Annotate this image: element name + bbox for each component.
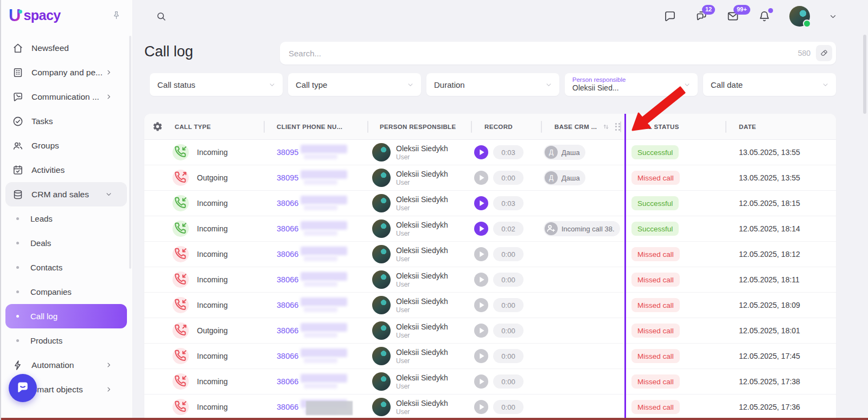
- status-cell: Missed call: [625, 165, 725, 190]
- person-name: Oleksii Siedykh: [396, 322, 448, 332]
- chats-icon[interactable]: 12: [695, 10, 708, 23]
- crm-entity-chip[interactable]: Incoming call 38.: [544, 221, 620, 236]
- person-avatar: [372, 169, 391, 187]
- phone-blur-patch: [299, 167, 354, 188]
- phone-number-link[interactable]: 38095: [277, 148, 298, 157]
- record-cell: 0:00: [471, 318, 541, 343]
- person-name-group: Oleksii SiedykhUser: [396, 245, 448, 263]
- play-button[interactable]: [474, 196, 488, 210]
- filter-call-status[interactable]: Call status: [150, 73, 283, 96]
- play-button[interactable]: [474, 145, 488, 159]
- sidebar-item-call-log[interactable]: Call log: [5, 304, 127, 328]
- call-type-cell: Incoming: [170, 216, 264, 241]
- sidebar-item-deals[interactable]: Deals: [5, 231, 127, 255]
- comments-icon[interactable]: [663, 10, 676, 23]
- phone-number-link[interactable]: 38066: [277, 301, 298, 309]
- chevron-down-icon[interactable]: [828, 12, 838, 21]
- table-settings-button[interactable]: [144, 114, 170, 139]
- table-row[interactable]: Incoming38066Oleksii SiedykhUser0:00Miss…: [144, 344, 836, 369]
- phone-number-link[interactable]: 38066: [277, 377, 298, 386]
- search-input[interactable]: [289, 49, 798, 58]
- sidebar-item-leads[interactable]: Leads: [5, 206, 127, 231]
- column-header-call_status[interactable]: CALL STATUS: [625, 114, 725, 139]
- filter-duration[interactable]: Duration: [426, 73, 559, 96]
- play-button[interactable]: [474, 349, 488, 363]
- table-row[interactable]: Incoming38066Oleksii SiedykhUser0:00Miss…: [144, 267, 836, 293]
- phone-number-link[interactable]: 38066: [277, 224, 298, 233]
- sidebar-item-products[interactable]: Products: [5, 328, 127, 353]
- phone-number-link[interactable]: 38066: [277, 199, 298, 208]
- play-button[interactable]: [474, 247, 488, 261]
- column-header-base_crm[interactable]: BASE CRM ...: [541, 114, 625, 139]
- sidebar-item-label: Newsfeed: [31, 43, 69, 53]
- phone-number-link[interactable]: 38066: [277, 275, 298, 284]
- table-row[interactable]: Incoming38066Oleksii SiedykhUser0:00Miss…: [144, 395, 836, 420]
- play-button[interactable]: [474, 400, 488, 414]
- person-name-group: Oleksii SiedykhUser: [396, 373, 448, 391]
- search-icon[interactable]: [156, 11, 167, 22]
- phone-number-link[interactable]: 38066: [277, 250, 298, 259]
- base-crm-cell: [541, 344, 625, 369]
- support-chat-button[interactable]: [9, 374, 37, 402]
- play-button[interactable]: [474, 171, 488, 185]
- play-button[interactable]: [474, 273, 488, 287]
- table-row[interactable]: Incoming38066Oleksii SiedykhUser0:00Miss…: [144, 369, 836, 395]
- column-header-record[interactable]: RECORD: [471, 114, 541, 139]
- filter-label: Duration: [434, 80, 465, 89]
- window-edge: [0, 0, 1, 420]
- blur-shape: [304, 332, 337, 338]
- play-button[interactable]: [474, 374, 488, 389]
- phone-number-link[interactable]: 38066: [277, 326, 298, 335]
- sidebar-item-groups[interactable]: Groups: [5, 133, 127, 158]
- filter-call-date[interactable]: Call date: [703, 73, 836, 96]
- play-button[interactable]: [474, 324, 488, 338]
- pin-sidebar-icon[interactable]: [111, 10, 122, 21]
- phone-number-link[interactable]: 38066: [277, 352, 298, 360]
- sidebar-item-newsfeed[interactable]: Newsfeed: [5, 36, 127, 60]
- sidebar-item-activities[interactable]: Activities: [5, 158, 127, 182]
- base-crm-cell: [541, 293, 625, 318]
- sidebar-scrollbar[interactable]: [129, 36, 131, 269]
- column-header-phone[interactable]: CLIENT PHONE NU...: [264, 114, 367, 139]
- person-role: User: [396, 230, 448, 237]
- table-row[interactable]: Incoming38066Oleksii SiedykhUser0:02Inco…: [144, 216, 836, 242]
- person-avatar: [372, 372, 391, 391]
- table-row[interactable]: Incoming38095Oleksii SiedykhUser0:03ДДаш…: [144, 140, 836, 165]
- mail-icon[interactable]: 99+: [726, 10, 739, 23]
- phone-number-link[interactable]: 38066: [277, 403, 298, 411]
- sidebar-item-contacts[interactable]: Contacts: [5, 255, 127, 280]
- play-button[interactable]: [474, 298, 488, 312]
- crm-entity-chip[interactable]: ДДаша: [544, 170, 585, 185]
- outgoing-call-icon: [173, 322, 189, 339]
- crm-entity-chip[interactable]: ДДаша: [544, 145, 585, 160]
- filter-person-responsible[interactable]: Person responsibleOleksii Sied...: [565, 73, 698, 96]
- table-row[interactable]: Incoming38066Oleksii SiedykhUser0:00Miss…: [144, 242, 836, 267]
- drag-handle-icon[interactable]: [615, 123, 620, 131]
- page-scrollbar[interactable]: [863, 35, 866, 114]
- sidebar-item-company-and-people[interactable]: Company and pe...: [5, 60, 127, 85]
- call-type-label: Incoming: [197, 199, 228, 208]
- table-row[interactable]: Outgoing38095Oleksii SiedykhUser0:00ДДаш…: [144, 165, 836, 191]
- logo[interactable]: U spacy: [0, 0, 132, 30]
- phone-cell: 38066: [264, 395, 367, 419]
- filter-call-type[interactable]: Call type: [288, 73, 421, 96]
- column-resize-handle[interactable]: [620, 121, 621, 132]
- table-row[interactable]: Outgoing38066Oleksii SiedykhUser0:00Miss…: [144, 318, 836, 344]
- status-badge: Missed call: [631, 349, 680, 363]
- play-button[interactable]: [474, 222, 488, 236]
- sidebar-item-crm-and-sales[interactable]: CRM and sales: [5, 182, 127, 206]
- column-header-call_type[interactable]: CALL TYPE: [170, 114, 264, 139]
- sidebar-item-communication[interactable]: Communication ...: [5, 85, 127, 109]
- column-header-label: BASE CRM ...: [554, 124, 597, 130]
- notifications-bell-icon[interactable]: [758, 10, 771, 23]
- person-avatar: [372, 270, 391, 289]
- table-row[interactable]: Incoming38066Oleksii SiedykhUser0:03Succ…: [144, 191, 836, 216]
- clear-search-button[interactable]: [816, 45, 832, 61]
- user-avatar[interactable]: [789, 6, 810, 27]
- column-header-date[interactable]: DATE: [725, 114, 836, 139]
- sidebar-item-tasks[interactable]: Tasks: [5, 109, 127, 133]
- table-row[interactable]: Incoming38066Oleksii SiedykhUser0:00Miss…: [144, 293, 836, 318]
- sidebar-item-companies[interactable]: Companies: [5, 280, 127, 304]
- column-header-person[interactable]: PERSON RESPONSIBLE: [367, 114, 471, 139]
- phone-number-link[interactable]: 38095: [277, 173, 298, 182]
